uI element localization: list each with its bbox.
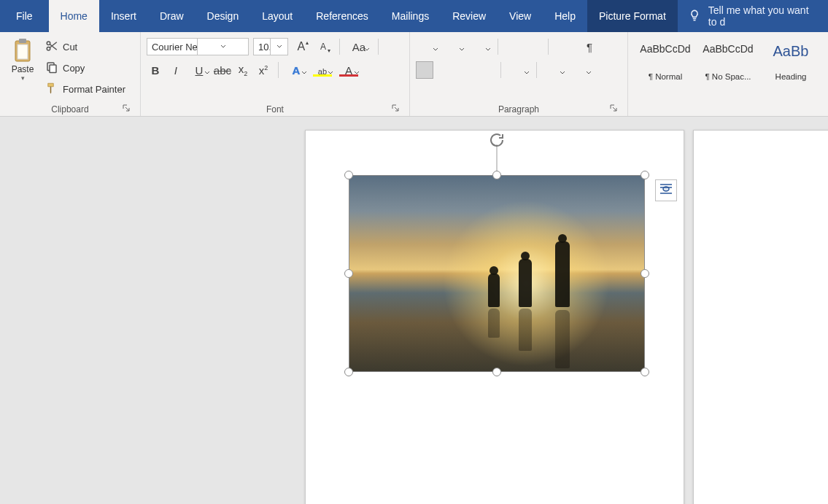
style-heading-1[interactable]: AaBb Heading (762, 38, 819, 85)
align-left-button[interactable] (416, 61, 433, 79)
tab-file[interactable]: File (0, 0, 49, 32)
cut-label: Cut (63, 42, 77, 53)
font-color-button[interactable]: A (337, 61, 360, 79)
grow-font-button[interactable]: A▴ (293, 38, 310, 55)
group-label-font: Font (147, 103, 403, 115)
chevron-down-icon (485, 42, 491, 55)
lightbulb-icon (688, 9, 701, 24)
font-size-value: 10.5 (254, 42, 271, 53)
chevron-down-icon (433, 42, 438, 55)
paintbrush-icon (45, 82, 58, 97)
layout-options-button[interactable] (655, 179, 677, 201)
group-font: Courier New 10.5 A▴ A▾ Aa B I U (141, 32, 410, 116)
tab-help[interactable]: Help (543, 0, 587, 32)
style-no-spacing[interactable]: AaBbCcDd ¶ No Spac... (700, 38, 757, 85)
tab-home[interactable]: Home (49, 0, 99, 32)
style-preview: AaBbCcDd (640, 43, 690, 55)
tab-review[interactable]: Review (441, 0, 498, 32)
show-hide-marks-button[interactable]: ¶ (581, 38, 598, 55)
dialog-launcher-font[interactable] (390, 103, 401, 113)
tab-picture-format[interactable]: Picture Format (587, 0, 678, 32)
italic-button[interactable]: I (167, 61, 185, 79)
cut-button[interactable]: Cut (42, 38, 128, 56)
bullets-button[interactable] (416, 38, 439, 55)
resize-handle-tr[interactable] (641, 171, 649, 179)
resize-handle-t[interactable] (492, 171, 501, 179)
change-case-button[interactable]: Aa (347, 38, 371, 55)
style-name: Heading (775, 72, 807, 81)
superscript-button[interactable]: x2 (255, 61, 272, 79)
layout-options-icon (659, 182, 673, 199)
bold-button[interactable]: B (147, 61, 164, 79)
dialog-launcher-paragraph[interactable] (608, 103, 619, 113)
resize-handle-r[interactable] (641, 269, 649, 278)
rotate-handle[interactable] (488, 133, 506, 150)
shading-button[interactable] (543, 61, 566, 79)
sort-button[interactable]: AZ (554, 38, 578, 55)
resize-handle-l[interactable] (344, 269, 353, 278)
font-name-combo[interactable]: Courier New (147, 38, 249, 55)
line-spacing-button[interactable] (507, 61, 530, 79)
style-name: ¶ Normal (649, 72, 682, 81)
decrease-indent-button[interactable] (504, 38, 522, 55)
style-preview: AaBb (773, 43, 809, 60)
chevron-down-icon (301, 66, 307, 78)
multilevel-list-button[interactable] (468, 38, 492, 55)
tab-references[interactable]: References (304, 0, 380, 32)
format-painter-button[interactable]: Format Painter (42, 80, 128, 98)
document-canvas[interactable] (0, 117, 828, 504)
chevron-down-icon (354, 66, 360, 78)
group-label-paragraph: Paragraph (416, 103, 622, 115)
selected-picture[interactable] (349, 175, 645, 372)
justify-button[interactable] (477, 61, 495, 79)
tab-insert[interactable]: Insert (99, 0, 148, 32)
shrink-font-button[interactable]: A▾ (314, 38, 332, 55)
chevron-down-icon: ▾ (21, 74, 25, 82)
chevron-down-icon (560, 66, 565, 78)
increase-indent-button[interactable] (525, 38, 542, 55)
align-center-button[interactable] (436, 61, 454, 79)
group-clipboard: Paste ▾ Cut Copy (0, 32, 141, 116)
tab-view[interactable]: View (498, 0, 543, 32)
numbering-button[interactable]: 123 (442, 38, 465, 55)
text-effects-button[interactable]: A (285, 61, 308, 79)
resize-handle-bl[interactable] (344, 368, 353, 376)
tell-me-placeholder: Tell me what you want to d (708, 4, 818, 28)
pilcrow-icon: ¶ (587, 41, 592, 53)
tab-layout[interactable]: Layout (250, 0, 304, 32)
clear-formatting-button[interactable] (386, 38, 403, 55)
underline-button[interactable]: U (187, 61, 211, 79)
resize-handle-b[interactable] (492, 368, 501, 376)
ribbon: Paste ▾ Cut Copy (0, 32, 828, 117)
svg-point-4 (47, 47, 50, 51)
tell-me-search[interactable]: Tell me what you want to d (678, 0, 828, 32)
resize-handle-tl[interactable] (344, 171, 353, 179)
chevron-down-icon[interactable] (270, 39, 287, 55)
align-right-button[interactable] (457, 61, 474, 79)
tab-design[interactable]: Design (196, 0, 251, 32)
subscript-button[interactable]: x2 (234, 61, 252, 79)
svg-rect-6 (50, 65, 56, 73)
svg-rect-2 (18, 44, 28, 59)
chevron-down-icon (524, 66, 530, 78)
strikethrough-button[interactable]: abc (214, 61, 231, 79)
tab-draw[interactable]: Draw (148, 0, 196, 32)
chevron-down-icon[interactable] (197, 39, 248, 55)
tab-mailings[interactable]: Mailings (380, 0, 441, 32)
dialog-launcher-clipboard[interactable] (121, 103, 131, 113)
font-size-combo[interactable]: 10.5 (253, 38, 288, 55)
style-normal[interactable]: AaBbCcDd ¶ Normal (637, 38, 694, 85)
highlight-button[interactable]: ab (311, 61, 334, 79)
picture-content (349, 175, 645, 372)
style-name: ¶ No Spac... (705, 72, 751, 81)
group-paragraph: 123 AZ ¶ Paragraph (410, 32, 628, 116)
group-styles: AaBbCcDd ¶ Normal AaBbCcDd ¶ No Spac... … (628, 32, 828, 116)
clipboard-icon (11, 38, 34, 63)
svg-point-3 (47, 42, 50, 45)
borders-button[interactable] (569, 61, 592, 79)
resize-handle-br[interactable] (641, 368, 649, 376)
paste-button[interactable]: Paste ▾ (6, 36, 39, 83)
scissors-icon (45, 39, 58, 55)
copy-button[interactable]: Copy (42, 59, 128, 77)
page-2[interactable] (693, 130, 828, 504)
